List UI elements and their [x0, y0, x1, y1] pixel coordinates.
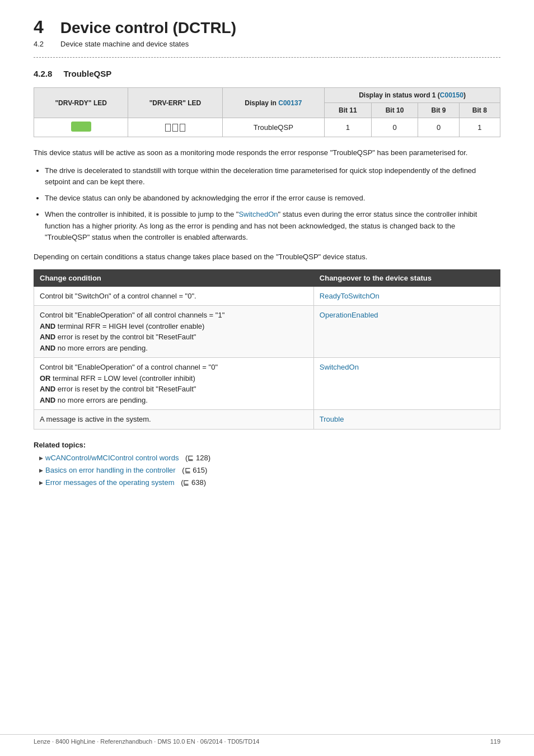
list-item: Error messages of the operating system (…: [39, 478, 500, 487]
related-suffix-3: (⊑ 638): [181, 478, 206, 487]
led-green-cell: [34, 118, 128, 137]
bullet-item-2: The device status can only be abandoned …: [45, 193, 500, 204]
led-dashes: [134, 124, 216, 132]
changeover-1: ReadyToSwitchOn: [313, 286, 500, 306]
page-footer: Lenze · 8400 HighLine · Referenzhandbuch…: [0, 734, 534, 745]
sub-chapter-title: Device state machine and device states: [60, 40, 189, 48]
section-title: TroubleQSP: [63, 69, 111, 78]
change-col2-header: Changeover to the device status: [313, 269, 500, 286]
body-text-1: This device status will be active as soo…: [34, 147, 500, 158]
bit9-header: Bit 9: [418, 103, 459, 118]
changeover-3: SwitchedOn: [313, 358, 500, 410]
table-row: Control bit "SwitchOn" of a control chan…: [34, 286, 500, 306]
bit11-val: 1: [325, 118, 372, 137]
condition-4: A message is active in the system.: [34, 410, 314, 430]
related-link-1[interactable]: wCANControl/wMCIControl control words: [45, 454, 179, 462]
col3-header: Display in C00137: [222, 88, 324, 118]
trouble-link[interactable]: Trouble: [320, 415, 344, 423]
related-suffix-1: (⊑ 128): [185, 454, 210, 463]
table-row: A message is active in the system. Troub…: [34, 410, 500, 430]
led-dashes-cell: [128, 118, 222, 137]
sub-chapter: 4.2 Device state machine and device stat…: [34, 40, 500, 48]
col4-header: Display in status word 1 (C00150): [325, 88, 500, 103]
list-item: wCANControl/wMCIControl control words (⊑…: [39, 454, 500, 463]
related-topics: Related topics: wCANControl/wMCIControl …: [34, 441, 500, 487]
bit8-header: Bit 8: [459, 103, 500, 118]
section-heading: 4.2.8TroubleQSP: [34, 69, 500, 78]
bit8-val: 1: [459, 118, 500, 137]
chapter-title: Device control (DCTRL): [60, 19, 236, 37]
col2-header: "DRV-ERR" LED: [128, 88, 222, 118]
chapter-number: 4: [34, 17, 44, 38]
bit10-val: 0: [371, 118, 418, 137]
led-dash-1: [165, 124, 171, 132]
c00137-link[interactable]: C00137: [278, 99, 302, 107]
related-heading: Related topics:: [34, 441, 500, 449]
bullet-list: The drive is decelerated to standstill w…: [45, 165, 500, 244]
related-list: wCANControl/wMCIControl control words (⊑…: [39, 454, 500, 487]
bullet-item-1: The drive is decelerated to standstill w…: [45, 165, 500, 189]
col1-header: "DRV-RDY" LED: [34, 88, 128, 118]
divider: [34, 57, 500, 58]
ready-to-switch-on-link[interactable]: ReadyToSwitchOn: [320, 292, 380, 300]
switchedon-link[interactable]: SwitchedOn: [238, 210, 278, 218]
bullet-item-3: When the controller is inhibited, it is …: [45, 209, 500, 244]
related-link-2[interactable]: Basics on error handling in the controll…: [45, 466, 176, 474]
sub-chapter-num: 4.2: [34, 40, 44, 48]
bit11-header: Bit 11: [325, 103, 372, 118]
troubleqsp-cell: TroubleQSP: [222, 118, 324, 137]
change-table: Change condition Changeover to the devic…: [34, 269, 500, 430]
led-dash-2: [172, 124, 178, 132]
c00150-link[interactable]: C00150: [440, 91, 463, 99]
switched-on-link[interactable]: SwitchedOn: [320, 363, 359, 371]
section-num: 4.2.8: [34, 69, 52, 78]
bit9-val: 0: [418, 118, 459, 137]
chapter-header: 4 Device control (DCTRL): [34, 17, 500, 38]
changeover-2: OperationEnabled: [313, 306, 500, 358]
related-link-3[interactable]: Error messages of the operating system: [45, 478, 175, 487]
condition-1: Control bit "SwitchOn" of a control chan…: [34, 286, 314, 306]
led-dash-3: [180, 124, 185, 132]
bit10-header: Bit 10: [371, 103, 418, 118]
operation-enabled-link[interactable]: OperationEnabled: [320, 311, 378, 319]
condition-3: Control bit "EnableOperation" of a contr…: [34, 358, 314, 410]
table-row: Control bit "EnableOperation" of all con…: [34, 306, 500, 358]
condition-2: Control bit "EnableOperation" of all con…: [34, 306, 314, 358]
led-green-indicator: [71, 122, 91, 132]
change-col1-header: Change condition: [34, 269, 314, 286]
status-table: "DRV-RDY" LED "DRV-ERR" LED Display in C…: [34, 87, 500, 137]
body-text-2: Depending on certain conditions a status…: [34, 251, 500, 263]
footer-right: 119: [490, 738, 500, 745]
changeover-4: Trouble: [313, 410, 500, 430]
related-suffix-2: (⊑ 615): [182, 466, 207, 475]
list-item: Basics on error handling in the controll…: [39, 466, 500, 475]
page-container: 4 Device control (DCTRL) 4.2 Device stat…: [0, 0, 534, 756]
table-row: Control bit "EnableOperation" of a contr…: [34, 358, 500, 410]
footer-left: Lenze · 8400 HighLine · Referenzhandbuch…: [34, 738, 259, 745]
